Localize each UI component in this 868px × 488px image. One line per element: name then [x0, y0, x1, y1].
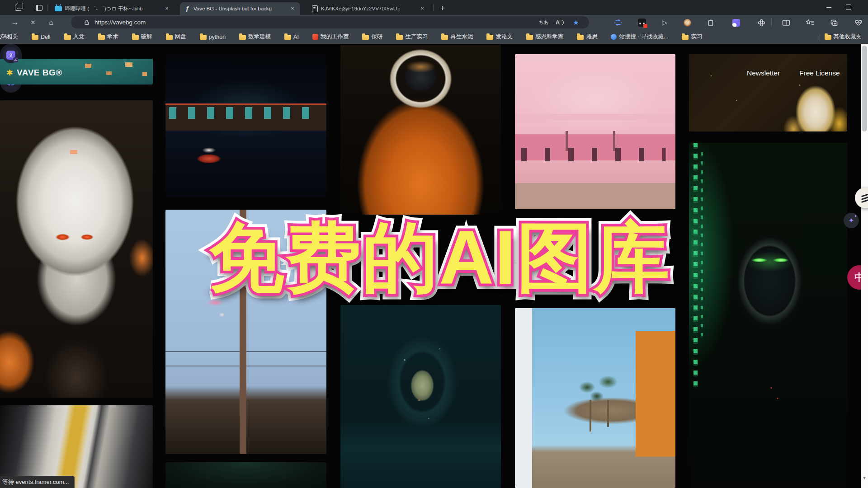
- scrollbar-thumb[interactable]: [862, 46, 867, 131]
- folder-icon: [441, 35, 448, 40]
- folder-icon: [396, 35, 403, 40]
- immersive-translate-extension-icon[interactable]: [731, 17, 741, 28]
- gallery-image-rain-woman[interactable]: [340, 305, 501, 488]
- folder-icon: [239, 35, 246, 40]
- bookmark-label: 再生水泥: [450, 33, 473, 41]
- bookmark-item[interactable]: 网盘: [166, 33, 186, 41]
- site-logo[interactable]: ✱ VAVE BG®: [6, 68, 62, 78]
- bookmark-item[interactable]: 站搜搜 - 寻找收藏...: [611, 33, 668, 41]
- scrollbar[interactable]: ▼: [861, 44, 868, 488]
- lock-icon: [84, 19, 90, 26]
- tampermonkey-extension-icon[interactable]: [637, 17, 647, 28]
- vavebg-favicon: ƒ: [184, 5, 190, 12]
- address-bar[interactable]: https://vavebg.com ちあ A ★: [71, 16, 589, 28]
- bookmark-label: 网盘: [175, 33, 186, 41]
- monkey-extension-icon[interactable]: [682, 17, 693, 28]
- free-license-link[interactable]: Free License: [799, 69, 840, 77]
- divider: [433, 4, 434, 11]
- close-icon[interactable]: ×: [419, 5, 426, 12]
- bookmark-label: 入党: [73, 33, 85, 41]
- gallery-image-gold-robot[interactable]: [689, 54, 847, 131]
- bookmark-item[interactable]: 再生水泥: [441, 33, 473, 41]
- browser-window: 哔哩哔哩 ( ゜- ゜)つロ 干杯~-bilib × ƒ Vave BG - U…: [0, 0, 868, 488]
- split-screen-icon[interactable]: [780, 17, 792, 28]
- favorites-icon[interactable]: [804, 17, 816, 28]
- bookmark-item[interactable]: python: [200, 34, 226, 40]
- tab-vavebg[interactable]: ƒ Vave BG - Unsplash but for backg ×: [180, 2, 300, 15]
- logo-text: VAVE BG®: [17, 68, 62, 78]
- bookmark-item[interactable]: 入党: [64, 33, 85, 41]
- bookmark-label: 保研: [371, 33, 382, 41]
- favorite-star-icon[interactable]: ★: [570, 18, 582, 28]
- maximize-button[interactable]: [839, 0, 858, 14]
- bookmark-item[interactable]: 破解: [132, 33, 152, 41]
- home-icon[interactable]: ⌂: [45, 17, 57, 28]
- tab-bar: 哔哩哔哩 ( ゜- ゜)つロ 干杯~-bilib × ƒ Vave BG - U…: [0, 0, 868, 15]
- translate-page-icon[interactable]: ちあ: [538, 18, 549, 28]
- video-play-extension-icon[interactable]: ▷: [659, 17, 670, 28]
- hero-title: 免费的AI图库 免费的AI图库: [208, 218, 670, 297]
- bookmark-item[interactable]: 保研: [362, 33, 382, 41]
- folder-icon: [284, 35, 291, 40]
- folder-icon: [825, 35, 831, 40]
- bookmark-label: python: [209, 34, 226, 40]
- tab-actions-icon[interactable]: [34, 3, 43, 12]
- bookmark-item[interactable]: 学术: [98, 33, 118, 41]
- newsletter-link[interactable]: Newsletter: [747, 69, 780, 77]
- bookmarks-right: 其他收藏夹: [820, 33, 868, 41]
- scrollbar-down-arrow[interactable]: ▼: [861, 474, 868, 482]
- folder-icon: [577, 35, 584, 40]
- gallery-image-astronaut[interactable]: [340, 45, 501, 215]
- gallery-image-green-hood[interactable]: [689, 143, 847, 488]
- ai-sparkle-button[interactable]: ✦ ✦: [844, 213, 859, 228]
- document-favicon: [312, 5, 318, 12]
- tab-bilibili[interactable]: 哔哩哔哩 ( ゜- ゜)つロ 干杯~-bilib ×: [51, 2, 175, 15]
- bookmark-label: 代码相关: [0, 33, 18, 41]
- bookmark-item[interactable]: 生产实习: [396, 33, 428, 41]
- folder-icon: [682, 35, 689, 40]
- toolbar: → × ⌂ https://vavebg.com ちあ A ★ ▷: [0, 15, 868, 30]
- bookmark-item[interactable]: 我的工作室: [312, 33, 349, 41]
- split-tabs-extension-icon[interactable]: [613, 17, 623, 28]
- bookmark-item[interactable]: 发论文: [486, 33, 513, 41]
- gallery-image-palms-motel[interactable]: [515, 308, 675, 488]
- stop-loading-icon[interactable]: ×: [27, 17, 39, 28]
- minimize-button[interactable]: [819, 0, 838, 14]
- gallery-image-white-robot[interactable]: [0, 100, 153, 398]
- forward-icon[interactable]: →: [9, 17, 21, 28]
- bookmark-item[interactable]: 代码相关: [0, 33, 18, 41]
- extension-badge: [643, 24, 647, 28]
- bookmark-item[interactable]: Dell: [32, 34, 51, 40]
- bookmarks-bar: 代码相关Dell入党学术破解网盘python数学建模AI我的工作室保研生产实习再…: [0, 30, 868, 44]
- gallery-image-dark-interior[interactable]: [165, 462, 326, 488]
- read-aloud-icon[interactable]: A: [554, 18, 566, 28]
- bookmark-item[interactable]: 雅思: [577, 33, 597, 41]
- clipboard-extension-icon[interactable]: [705, 17, 716, 28]
- floating-widget-button[interactable]: [855, 188, 868, 208]
- tab-image-file[interactable]: KJVlKXej3yF19doYz2VV7tX5wU.j ×: [308, 2, 430, 15]
- close-icon[interactable]: ×: [163, 5, 170, 12]
- site-favicon: [611, 34, 617, 40]
- sparkle-icon: ✦: [849, 216, 854, 225]
- bookmark-item[interactable]: 实习: [682, 33, 702, 41]
- translate-float-button[interactable]: 文 A: [3, 47, 19, 63]
- logo-flower-icon: ✱: [6, 68, 13, 78]
- gallery-image-gas-station[interactable]: [515, 54, 675, 209]
- hero-title-text: 免费的AI图库: [208, 218, 670, 297]
- workspaces-icon[interactable]: [14, 3, 23, 12]
- bookmark-label: 破解: [141, 33, 152, 41]
- collections-icon[interactable]: [828, 17, 840, 28]
- folder-icon: [526, 35, 533, 40]
- bookmark-other-favorites[interactable]: 其他收藏夹: [825, 33, 862, 41]
- bookmark-item[interactable]: 感恩科学家: [526, 33, 564, 41]
- divider: [771, 19, 772, 26]
- tab-title: Vave BG - Unsplash but for backg: [193, 6, 286, 11]
- browser-essentials-icon[interactable]: [853, 17, 864, 28]
- url-text[interactable]: https://vavebg.com: [94, 19, 538, 26]
- gallery-image-night-motel[interactable]: [165, 55, 326, 197]
- new-tab-button[interactable]: +: [437, 2, 448, 14]
- bookmark-item[interactable]: AI: [284, 34, 299, 40]
- extensions-icon[interactable]: [756, 17, 767, 28]
- bookmark-item[interactable]: 数学建模: [239, 33, 271, 41]
- close-icon[interactable]: ×: [289, 5, 296, 12]
